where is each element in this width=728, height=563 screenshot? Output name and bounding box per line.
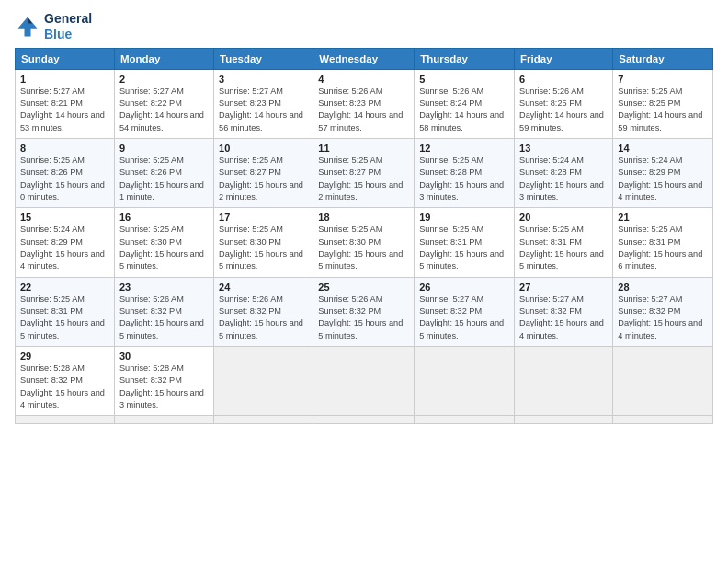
calendar-cell: 6Sunrise: 5:26 AMSunset: 8:25 PMDaylight… [515, 69, 613, 138]
day-number: 11 [318, 143, 409, 154]
calendar-cell [415, 416, 515, 424]
calendar-cell: 24Sunrise: 5:26 AMSunset: 8:32 PMDayligh… [214, 277, 313, 346]
calendar-cell: 20Sunrise: 5:25 AMSunset: 8:31 PMDayligh… [515, 208, 613, 277]
day-info: Sunrise: 5:25 AMSunset: 8:31 PMDaylight:… [618, 224, 708, 272]
day-number: 25 [318, 282, 409, 293]
calendar-cell: 10Sunrise: 5:25 AMSunset: 8:27 PMDayligh… [214, 138, 313, 207]
day-number: 17 [219, 212, 308, 223]
day-info: Sunrise: 5:24 AMSunset: 8:28 PMDaylight:… [519, 155, 608, 203]
calendar-cell: 1Sunrise: 5:27 AMSunset: 8:21 PMDaylight… [16, 69, 115, 138]
calendar-cell: 12Sunrise: 5:25 AMSunset: 8:28 PMDayligh… [415, 138, 515, 207]
calendar-cell [515, 416, 613, 424]
calendar-cell: 14Sunrise: 5:24 AMSunset: 8:29 PMDayligh… [613, 138, 713, 207]
calendar-cell [613, 416, 713, 424]
calendar-cell [214, 416, 313, 424]
calendar-cell: 22Sunrise: 5:25 AMSunset: 8:31 PMDayligh… [16, 277, 115, 346]
day-info: Sunrise: 5:26 AMSunset: 8:23 PMDaylight:… [318, 86, 409, 134]
calendar-cell [114, 416, 213, 424]
day-number: 16 [119, 212, 209, 223]
day-info: Sunrise: 5:27 AMSunset: 8:21 PMDaylight:… [20, 86, 109, 134]
calendar-cell: 23Sunrise: 5:26 AMSunset: 8:32 PMDayligh… [114, 277, 213, 346]
day-number: 12 [419, 143, 509, 154]
day-info: Sunrise: 5:24 AMSunset: 8:29 PMDaylight:… [20, 224, 109, 272]
day-info: Sunrise: 5:25 AMSunset: 8:30 PMDaylight:… [318, 224, 409, 272]
day-info: Sunrise: 5:25 AMSunset: 8:30 PMDaylight:… [219, 224, 308, 272]
day-info: Sunrise: 5:27 AMSunset: 8:32 PMDaylight:… [419, 293, 509, 342]
day-number: 2 [119, 74, 209, 85]
day-number: 21 [618, 212, 708, 223]
day-info: Sunrise: 5:25 AMSunset: 8:25 PMDaylight:… [618, 86, 708, 134]
col-header-sunday: Sunday [16, 48, 115, 69]
day-number: 18 [318, 212, 409, 223]
calendar-cell [214, 347, 313, 416]
day-number: 4 [318, 74, 409, 85]
day-number: 22 [20, 282, 109, 293]
calendar-cell: 18Sunrise: 5:25 AMSunset: 8:30 PMDayligh… [313, 208, 415, 277]
logo-blue: Blue [44, 27, 92, 42]
day-info: Sunrise: 5:25 AMSunset: 8:27 PMDaylight:… [318, 155, 409, 203]
calendar-cell: 17Sunrise: 5:25 AMSunset: 8:30 PMDayligh… [214, 208, 313, 277]
calendar-cell: 26Sunrise: 5:27 AMSunset: 8:32 PMDayligh… [415, 277, 515, 346]
calendar-cell [415, 347, 515, 416]
calendar-cell: 4Sunrise: 5:26 AMSunset: 8:23 PMDaylight… [313, 69, 415, 138]
day-number: 3 [219, 74, 308, 85]
day-number: 10 [219, 143, 308, 154]
calendar-cell [16, 416, 115, 424]
day-number: 6 [519, 74, 608, 85]
day-number: 27 [519, 282, 608, 293]
day-number: 5 [419, 74, 509, 85]
calendar-cell: 8Sunrise: 5:25 AMSunset: 8:26 PMDaylight… [16, 138, 115, 207]
day-info: Sunrise: 5:27 AMSunset: 8:23 PMDaylight:… [219, 86, 308, 134]
calendar-cell [613, 347, 713, 416]
day-info: Sunrise: 5:25 AMSunset: 8:26 PMDaylight:… [119, 155, 209, 203]
day-number: 7 [618, 74, 708, 85]
day-number: 14 [618, 143, 708, 154]
day-info: Sunrise: 5:26 AMSunset: 8:32 PMDaylight:… [119, 293, 209, 342]
day-info: Sunrise: 5:25 AMSunset: 8:31 PMDaylight:… [20, 293, 109, 342]
day-number: 30 [119, 350, 209, 362]
logo-general: General [44, 11, 92, 27]
day-number: 24 [219, 282, 308, 293]
col-header-tuesday: Tuesday [214, 48, 313, 69]
day-info: Sunrise: 5:27 AMSunset: 8:32 PMDaylight:… [519, 293, 608, 342]
day-number: 15 [20, 212, 109, 223]
calendar-cell: 3Sunrise: 5:27 AMSunset: 8:23 PMDaylight… [214, 69, 313, 138]
calendar-cell [515, 347, 613, 416]
day-number: 9 [119, 143, 209, 154]
day-info: Sunrise: 5:26 AMSunset: 8:32 PMDaylight:… [219, 293, 308, 342]
calendar-cell [313, 416, 415, 424]
col-header-friday: Friday [515, 48, 613, 69]
day-info: Sunrise: 5:25 AMSunset: 8:31 PMDaylight:… [519, 224, 608, 272]
calendar-cell: 11Sunrise: 5:25 AMSunset: 8:27 PMDayligh… [313, 138, 415, 207]
day-info: Sunrise: 5:24 AMSunset: 8:29 PMDaylight:… [618, 155, 708, 203]
calendar-cell: 9Sunrise: 5:25 AMSunset: 8:26 PMDaylight… [114, 138, 213, 207]
calendar-cell: 28Sunrise: 5:27 AMSunset: 8:32 PMDayligh… [613, 277, 713, 346]
calendar-cell: 19Sunrise: 5:25 AMSunset: 8:31 PMDayligh… [415, 208, 515, 277]
day-info: Sunrise: 5:25 AMSunset: 8:30 PMDaylight:… [119, 224, 209, 272]
day-number: 20 [519, 212, 608, 223]
calendar-cell: 13Sunrise: 5:24 AMSunset: 8:28 PMDayligh… [515, 138, 613, 207]
day-number: 1 [20, 74, 109, 85]
logo: General Blue [15, 11, 92, 42]
col-header-monday: Monday [114, 48, 213, 69]
day-info: Sunrise: 5:28 AMSunset: 8:32 PMDaylight:… [20, 362, 109, 411]
day-info: Sunrise: 5:26 AMSunset: 8:32 PMDaylight:… [318, 293, 409, 342]
day-info: Sunrise: 5:27 AMSunset: 8:22 PMDaylight:… [119, 86, 209, 134]
calendar-cell: 27Sunrise: 5:27 AMSunset: 8:32 PMDayligh… [515, 277, 613, 346]
day-info: Sunrise: 5:28 AMSunset: 8:32 PMDaylight:… [119, 362, 209, 411]
day-info: Sunrise: 5:25 AMSunset: 8:28 PMDaylight:… [419, 155, 509, 203]
calendar-cell: 25Sunrise: 5:26 AMSunset: 8:32 PMDayligh… [313, 277, 415, 346]
header: General Blue [15, 11, 713, 42]
calendar-cell: 30Sunrise: 5:28 AMSunset: 8:32 PMDayligh… [114, 347, 213, 416]
logo-icon [15, 14, 40, 40]
calendar-cell [313, 347, 415, 416]
calendar-table: SundayMondayTuesdayWednesdayThursdayFrid… [15, 48, 713, 425]
day-info: Sunrise: 5:25 AMSunset: 8:26 PMDaylight:… [20, 155, 109, 203]
day-number: 29 [20, 350, 109, 362]
day-info: Sunrise: 5:25 AMSunset: 8:27 PMDaylight:… [219, 155, 308, 203]
calendar-cell: 15Sunrise: 5:24 AMSunset: 8:29 PMDayligh… [16, 208, 115, 277]
day-number: 23 [119, 282, 209, 293]
day-number: 13 [519, 143, 608, 154]
day-number: 26 [419, 282, 509, 293]
day-info: Sunrise: 5:26 AMSunset: 8:25 PMDaylight:… [519, 86, 608, 134]
